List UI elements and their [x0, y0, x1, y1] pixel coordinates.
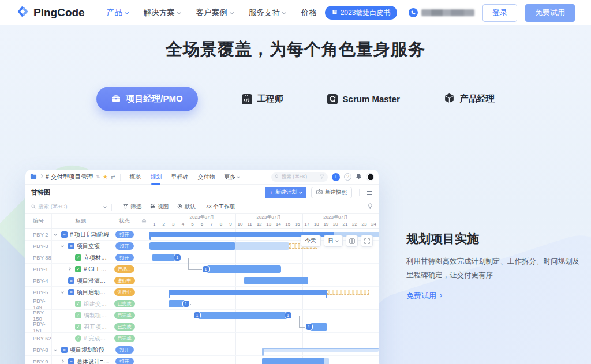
split-view-button[interactable] [346, 235, 358, 247]
table-row[interactable]: PBY-1✓# GEEKBOOKS 极...产品... [25, 264, 149, 275]
tab-milestones[interactable]: 里程碑 [171, 170, 188, 185]
fullscreen-button[interactable] [361, 235, 373, 247]
status-badge[interactable]: 进行中 [114, 277, 135, 284]
row-title-cell: ✓召开项目开工会 [52, 323, 110, 331]
table-row[interactable]: PBY-149✓组建交付群和工作台已完成 [25, 298, 149, 310]
eye-icon [177, 204, 182, 210]
login-button[interactable]: 登录 [482, 4, 517, 22]
persona-tab-product-manager[interactable]: 产品经理 [444, 93, 495, 106]
gantt-bar[interactable] [196, 312, 289, 319]
status-badge[interactable]: 打开 [115, 231, 134, 238]
favorite-star-icon[interactable]: ★ [103, 174, 108, 180]
list-view-icon[interactable] [366, 187, 373, 198]
table-row[interactable]: PBY-3≡项目立项打开 [25, 241, 149, 252]
breadcrumb[interactable]: # 交付型项目管理 [46, 173, 93, 181]
row-title-cell: ≡项目规划阶段 [52, 346, 110, 354]
notification-bell-icon[interactable] [356, 173, 362, 181]
filter-button[interactable]: 筛选 [123, 203, 141, 211]
table-row[interactable]: PBY-150✓编制项目章程已完成 [25, 310, 149, 321]
gantt-bar[interactable] [244, 277, 308, 284]
lightbulb-icon[interactable] [368, 203, 373, 211]
table-row[interactable]: PBY-8≡项目规划阶段打开 [25, 344, 149, 356]
expand-caret[interactable] [68, 269, 73, 270]
tab-more[interactable]: 更多 [224, 170, 240, 185]
pingcode-logo-icon [16, 5, 30, 21]
expand-caret[interactable] [61, 246, 66, 247]
table-row[interactable]: PBY-5≡项目启动任命进行中 [25, 287, 149, 298]
expand-caret[interactable] [61, 361, 66, 362]
column-header-status[interactable]: 状态 [110, 214, 139, 228]
gantt-summary-bar[interactable] [169, 290, 327, 295]
user-avatar[interactable] [366, 173, 374, 181]
gantt-bar[interactable] [149, 242, 235, 250]
status-badge[interactable]: 产品... [114, 265, 134, 273]
nav-item-pricing[interactable]: 价格 [301, 7, 317, 18]
nav-item-solutions[interactable]: 解决方案 [144, 7, 181, 18]
status-badge[interactable]: 已完成 [114, 300, 135, 307]
free-trial-button[interactable]: 免费试用 [525, 4, 575, 22]
global-search-input[interactable]: 搜索 (⌘+K) [271, 172, 328, 182]
gantt-search-input[interactable]: 搜索 (⌘+G) [31, 203, 106, 211]
status-cell: 进行中 [110, 275, 139, 286]
chevron-down-icon [103, 205, 107, 208]
expand-caret[interactable] [61, 292, 66, 293]
status-badge[interactable]: 已完成 [114, 323, 135, 331]
chevron-down-icon [125, 10, 129, 14]
gantt-summary-bar-light[interactable] [262, 348, 379, 352]
today-button[interactable]: 今天 [301, 235, 321, 247]
status-badge[interactable]: 打开 [115, 346, 134, 354]
row-title: 项目澄清交底 [77, 277, 110, 285]
tab-deliverables[interactable]: 交付物 [197, 170, 215, 185]
status-badge[interactable]: 打开 [115, 358, 134, 364]
persona-tabs: 项目经理/PMO 工程师 Scrum Master 产品经理 [0, 87, 591, 111]
column-header-id[interactable]: 编号 [25, 214, 52, 228]
table-row[interactable]: PBY-4≡项目澄清交底进行中 [25, 275, 149, 287]
time-unit-select[interactable]: 日 [324, 235, 343, 247]
status-badge[interactable]: 进行中 [114, 288, 135, 296]
pingcode-logo[interactable]: PingCode [16, 5, 85, 21]
nav-item-products[interactable]: 产品 [107, 7, 128, 18]
whitepaper-badge[interactable]: 2023敏捷白皮书 [325, 6, 398, 20]
new-plan-button[interactable]: + 新建计划 [265, 187, 306, 198]
status-badge[interactable]: 已完成 [114, 312, 135, 319]
view-settings-button[interactable]: 视图 [150, 203, 169, 211]
persona-tab-engineer[interactable]: 工程师 [242, 93, 283, 104]
row-title-cell: ≡# 项目启动阶段 [52, 231, 110, 239]
persona-tab-scrum-master[interactable]: Scrum Master [327, 94, 400, 104]
status-cell: 已完成 [110, 310, 139, 321]
free-trial-link[interactable]: 免费试用 [406, 291, 442, 301]
expand-caret[interactable] [54, 350, 59, 351]
sort-icon[interactable]: ⇅ [81, 219, 85, 224]
default-view-button[interactable]: 默认 [177, 203, 196, 211]
table-row[interactable]: PBY-151✓召开项目开工会已完成 [25, 321, 149, 333]
help-icon[interactable]: ? [344, 173, 351, 181]
row-title: # 完成项目启动阶段... [84, 335, 110, 343]
table-row[interactable]: PBY-62✓# 完成项目启动阶段...已完成 [25, 333, 149, 344]
table-row[interactable]: PBY-88✓立项材料编辑打开 [25, 252, 149, 264]
nav-item-support[interactable]: 服务支持 [249, 7, 286, 18]
column-settings-gear-icon[interactable] [139, 219, 149, 224]
row-title: 编制项目章程 [84, 312, 110, 320]
status-badge[interactable]: 打开 [115, 242, 134, 250]
tab-planning[interactable]: 规划 [150, 170, 162, 185]
status-badge[interactable]: 已完成 [114, 335, 135, 342]
new-snapshot-button[interactable]: 新建快照 [311, 187, 352, 198]
task-set-icon: ≡ [61, 347, 68, 353]
row-title: 立项材料编辑 [84, 254, 110, 262]
day-tick: 9 [226, 221, 235, 229]
switch-project-icon[interactable]: ⇄ [111, 174, 115, 180]
row-id: PBY-2 [25, 229, 52, 240]
tab-overview[interactable]: 概览 [129, 170, 141, 185]
create-new-button[interactable]: + [332, 173, 340, 181]
table-row[interactable]: PBY-2≡# 项目启动阶段打开 [25, 229, 149, 241]
table-row[interactable]: PBY-9≡总体设计=实施方案（...打开 [25, 356, 149, 364]
summary-cap [149, 232, 151, 240]
sort-toggle-icon[interactable]: ⇅ [96, 174, 100, 179]
gantt-bar[interactable] [262, 358, 324, 364]
status-badge[interactable]: 打开 [115, 254, 134, 261]
expand-caret[interactable] [54, 234, 59, 235]
task-check-icon: ✓ [75, 324, 81, 330]
gantt-bar[interactable] [205, 265, 281, 273]
nav-item-customers[interactable]: 客户案例 [196, 7, 233, 18]
persona-tab-pm-pmo[interactable]: 项目经理/PMO [96, 87, 197, 111]
